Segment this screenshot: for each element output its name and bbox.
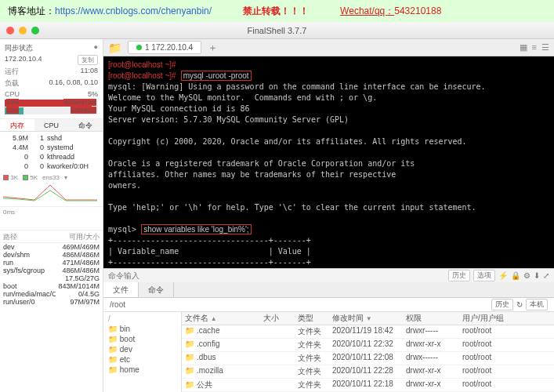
- window-title: FinalShell 3.7.7: [248, 26, 307, 35]
- zap-icon[interactable]: ⚡: [498, 271, 508, 280]
- process-row: 00kthreadd: [3, 152, 100, 162]
- process-row: 00kworker/0:0H: [3, 162, 100, 171]
- process-row: 4.4M0systemd: [3, 143, 100, 152]
- minimize-icon[interactable]: [19, 27, 27, 34]
- file-row[interactable]: 📁.dbus文件夹2020/10/11 22:08drwx------root/…: [182, 352, 554, 365]
- terminal-output[interactable]: [root@localhost ~]# [root@localhost ~]# …: [103, 56, 554, 268]
- network-chart: 3K 5Kens33 ▾: [0, 172, 103, 207]
- layout-icon[interactable]: ▦: [520, 42, 527, 53]
- local-button[interactable]: 本机: [526, 299, 548, 310]
- latency-chart: 0ms: [0, 207, 103, 230]
- process-row: 5.9M1sshd: [3, 133, 100, 143]
- lock-icon[interactable]: 🔒: [511, 271, 520, 280]
- sidebar: 同步状态● 172.20.10.4复制 运行11:08 负载0.16, 0.08…: [0, 39, 103, 392]
- host-ip: 172.20.10.4: [5, 55, 42, 65]
- tree-item[interactable]: 📁 home: [107, 365, 178, 375]
- swap-bar: 20%405M/2G: [5, 107, 98, 114]
- folder-icon[interactable]: 📁: [108, 42, 121, 54]
- file-row[interactable]: 📁公共文件夹2020/10/11 22:18drwxr-xr-xroot/roo…: [182, 379, 554, 392]
- file-row[interactable]: 📁.config文件夹2020/10/11 22:32drwxr-xr-xroo…: [182, 339, 554, 352]
- disk-list: 路径可用/大小 dev469M/469Mdev/shm486M/486Mrun4…: [0, 230, 103, 307]
- tree-item[interactable]: 📁 boot: [107, 334, 178, 344]
- tree-item[interactable]: /: [107, 314, 178, 324]
- tree-item[interactable]: 📁 bin: [107, 324, 178, 334]
- terminal-footer: 命令输入 历史 选项 ⚡ 🔒 ⚙ ⬇ ⤢: [103, 268, 554, 282]
- disk-row: run/user/097M/97M: [3, 298, 100, 306]
- disk-row: boot843M/1014M: [3, 282, 100, 290]
- sidebar-tabs[interactable]: 内存CPU命令: [0, 119, 103, 132]
- file-tabs[interactable]: 文件 命令: [103, 282, 554, 298]
- sort-desc-icon[interactable]: ▼: [366, 315, 372, 322]
- gear-icon[interactable]: ⚙: [523, 271, 530, 280]
- session-tab[interactable]: 1 172.20.10.4: [128, 41, 201, 54]
- file-history-button[interactable]: 历史: [491, 299, 513, 310]
- watermark-banner: 博客地址：https://www.cnblogs.com/chenyanbin/…: [0, 0, 554, 22]
- tree-item[interactable]: 📁 etc: [107, 354, 178, 365]
- folder-tree[interactable]: /📁 bin📁 boot📁 dev📁 etc📁 home: [103, 312, 182, 392]
- mem-bar: 93%902M/972M: [5, 100, 98, 107]
- process-list: 5.9M1sshd4.4M0systemd00kthreadd00kworker…: [0, 132, 103, 172]
- disk-row: dev/shm486M/486M: [3, 251, 100, 259]
- expand-icon[interactable]: ⤢: [543, 271, 549, 280]
- disk-row: run/media/mac/CentOS0/4.5G: [3, 290, 100, 298]
- options-button[interactable]: 选项: [473, 270, 495, 281]
- refresh-icon[interactable]: ↻: [516, 300, 523, 309]
- close-icon[interactable]: [6, 27, 14, 34]
- blog-url: https://www.cnblogs.com/chenyanbin/: [55, 5, 212, 16]
- window-titlebar: FinalShell 3.7.7: [0, 22, 554, 39]
- list-icon[interactable]: ≡: [532, 42, 537, 53]
- session-tabbar: 📁 1 172.20.10.4 ＋ ▦ ≡ ☰: [103, 39, 554, 56]
- sort-asc-icon[interactable]: ▲: [211, 315, 217, 322]
- copy-button[interactable]: 复制: [78, 55, 98, 65]
- file-row[interactable]: 📁.mozilla文件夹2020/10/11 22:28drwxr-xr-xro…: [182, 365, 554, 379]
- disk-row: sys/fs/cgroup486M/486M: [3, 267, 100, 274]
- file-table[interactable]: 文件名 ▲ 大小 类型 修改时间 ▼ 权限 用户/用户组 📁.cache文件夹2…: [182, 312, 554, 392]
- history-button[interactable]: 历史: [448, 270, 470, 281]
- disk-row: dev469M/469M: [3, 243, 100, 251]
- disk-row: 17.5G/27G: [3, 274, 100, 282]
- tree-item[interactable]: 📁 dev: [107, 344, 178, 354]
- download-icon[interactable]: ⬇: [534, 271, 540, 280]
- file-row[interactable]: 📁.cache文件夹2020/11/19 18:42drwxr-----root…: [182, 325, 554, 339]
- disk-row: run471M/486M: [3, 259, 100, 267]
- path-bar: /root 历史 ↻ 本机: [103, 298, 554, 312]
- maximize-icon[interactable]: [31, 27, 39, 34]
- no-repost-warning: 禁止转载！！！: [243, 5, 309, 18]
- columns-icon[interactable]: ☰: [541, 42, 549, 53]
- add-tab-button[interactable]: ＋: [208, 41, 218, 55]
